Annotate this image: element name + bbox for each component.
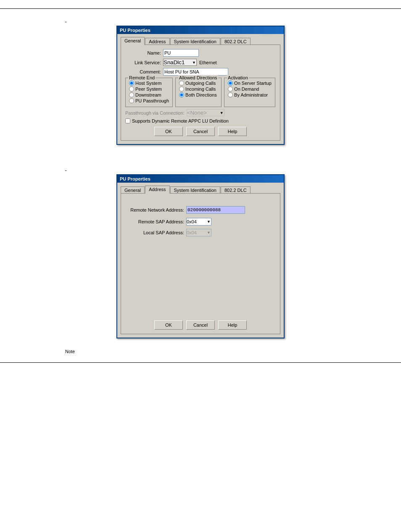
name-label: Name: [125,50,161,55]
tab-802-dlc-1[interactable]: 802.2 DLC [221,38,251,45]
radio-on-demand: On Demand [228,86,272,92]
radio-host-system-input[interactable] [129,81,134,86]
comment-row: Comment: [125,68,276,76]
radio-outgoing-label: Outgoing Calls [185,81,216,86]
radio-both-input[interactable] [179,92,184,97]
remote-sap-label: Remote SAP Address: [125,219,184,224]
section-label-1 [65,17,66,22]
radio-on-server-startup: On Server Startup [228,81,272,86]
radio-peer-system: Peer System [129,86,169,92]
dialog-1-ok-button[interactable]: OK [154,127,183,136]
tab-general-1[interactable]: General [121,37,145,45]
passthrough-dropdown-wrapper: <None> ▼ [187,109,224,116]
activation-group: Activation On Server Startup On Demand B… [224,78,275,107]
tab-system-identification-2[interactable]: System Identification [170,186,221,194]
local-sap-label: Local SAP Address: [125,230,184,235]
link-service-select[interactable]: SnaDlc1 [163,59,197,66]
comment-label: Comment: [125,69,161,74]
local-sap-dropdown-wrapper: 0x04 ▼ [186,229,211,236]
tab-address-2[interactable]: Address [145,186,169,194]
radio-outgoing-calls: Outgoing Calls [179,81,218,86]
activation-title: Activation [227,75,249,80]
dialog-2-tabs: General Address System Identification 80… [121,185,280,193]
radio-on-demand-label: On Demand [234,86,259,92]
allowed-directions-group: Allowed Directions Outgoing Calls Incomi… [175,78,222,107]
remote-sap-dropdown-wrapper: 0x04 ▼ [186,218,211,225]
section-label-2 [65,166,66,171]
comment-input[interactable] [163,68,228,76]
ethernet-label: Ethernet [199,60,217,65]
dialog-1-pu-properties: PU Properties General Address System Ide… [116,26,285,145]
radio-host-system-label: Host System [135,81,161,86]
radio-on-demand-input[interactable] [228,86,233,92]
dialog-1-titlebar: PU Properties [117,26,284,34]
remote-end-title: Remote End [128,75,156,80]
remote-sap-select[interactable]: 0x04 [186,218,211,225]
supports-dynamic-label: Supports Dynamic Remote APPC LU Definiti… [132,118,229,123]
remote-end-group: Remote End Host System Peer System Downs… [125,78,173,107]
tab-802-dlc-2[interactable]: 802.2 DLC [221,186,251,194]
radio-downstream-label: Downstream [135,92,161,97]
tab-address-1[interactable]: Address [145,38,169,45]
top-rule [0,8,401,9]
link-service-dropdown-wrapper: SnaDlc1 ▼ [163,59,197,66]
remote-network-row: Remote Network Address: [125,206,276,214]
tab-system-identification-1[interactable]: System Identification [170,38,221,45]
remote-sap-row: Remote SAP Address: 0x04 ▼ [125,218,276,225]
radio-outgoing-input[interactable] [179,81,184,86]
radio-by-administrator-input[interactable] [228,92,233,97]
remote-network-input[interactable] [186,206,245,214]
remote-network-label: Remote Network Address: [125,207,184,212]
radio-host-system: Host System [129,81,169,86]
dialog-1-cancel-button[interactable]: Cancel [186,127,215,136]
radio-incoming-label: Incoming Calls [185,86,216,92]
radio-peer-system-input[interactable] [129,86,134,92]
radio-pu-passthrough-input[interactable] [129,98,134,103]
radio-by-administrator: By Administrator [228,92,272,97]
radio-on-server-startup-input[interactable] [228,81,233,86]
local-sap-row: Local SAP Address: 0x04 ▼ [125,229,276,236]
dialog-2-titlebar: PU Properties [117,175,284,183]
radio-both-directions: Both Directions [179,92,218,97]
groups-row: Remote End Host System Peer System Downs… [125,78,276,107]
dialog-2-body: General Address System Identification 80… [117,183,284,338]
dialog-1-button-row: OK Cancel Help [125,127,276,136]
dialog-1-body: General Address System Identification 80… [117,34,284,144]
radio-downstream-input[interactable] [129,92,134,97]
dialog-1-tab-content: Name: Link Service: SnaDlc1 ▼ Ethernet [121,45,280,141]
dialog-2-cancel-button[interactable]: Cancel [186,320,215,330]
radio-by-administrator-label: By Administrator [234,92,268,97]
passthrough-label: Passthrough via Connection: [125,110,185,115]
radio-downstream: Downstream [129,92,169,97]
bottom-rule [0,362,401,363]
tab-general-2[interactable]: General [121,186,145,194]
radio-both-label: Both Directions [185,92,217,97]
dialog-2-button-row: OK Cancel Help [125,320,276,330]
dialog-2-tab-content: Remote Network Address: Remote SAP Addre… [121,193,280,334]
radio-incoming-input[interactable] [179,86,184,92]
radio-pu-passthrough-label: PU Passthrough [135,98,169,103]
link-service-row: Link Service: SnaDlc1 ▼ Ethernet [125,59,276,66]
supports-dynamic-row: Supports Dynamic Remote APPC LU Definiti… [125,118,276,123]
link-service-label: Link Service: [125,60,161,65]
allowed-directions-title: Allowed Directions [178,75,218,80]
name-row: Name: [125,49,276,57]
name-input[interactable] [163,49,199,57]
local-sap-select[interactable]: 0x04 [186,229,211,236]
dialog-1-help-button[interactable]: Help [218,127,247,136]
dialog-1-tabs: General Address System Identification 80… [121,37,280,45]
radio-peer-system-label: Peer System [135,86,162,92]
radio-pu-passthrough: PU Passthrough [129,98,169,103]
dialog-2-help-button[interactable]: Help [218,320,247,330]
dialog-1-title: PU Properties [120,28,150,33]
bottom-note-text: Note [65,349,75,354]
dialog-2-title: PU Properties [120,176,150,181]
dialog-2-pu-properties: PU Properties General Address System Ide… [116,174,285,338]
dialog-2-ok-button[interactable]: OK [154,320,183,330]
radio-incoming-calls: Incoming Calls [179,86,218,92]
supports-dynamic-checkbox[interactable] [125,118,130,123]
passthrough-select[interactable]: <None> [187,109,224,116]
bottom-note: Note [65,349,75,354]
radio-on-server-startup-label: On Server Startup [234,81,272,86]
passthrough-row: Passthrough via Connection: <None> ▼ [125,109,276,116]
